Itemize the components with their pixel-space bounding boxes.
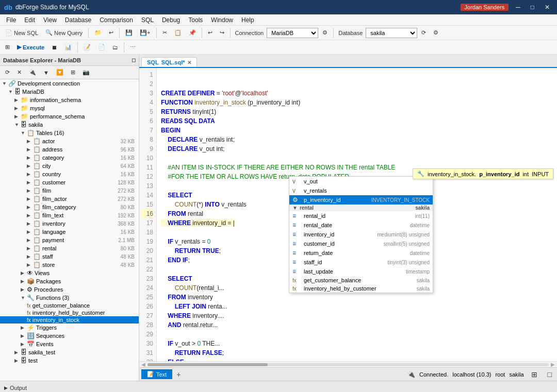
filter-button[interactable]: ▼ — [40, 68, 52, 77]
connection-select[interactable]: MariaDB — [267, 28, 318, 38]
connect-button[interactable]: 🔌 — [26, 67, 39, 77]
explain-button[interactable]: 📊 — [61, 42, 75, 52]
sidebar-pin-button[interactable]: ◻ — [132, 57, 136, 63]
sidebar-filter-icon[interactable]: ⊞ — [68, 67, 78, 77]
tree-item-mysql[interactable]: ▶ 📁 mysql — [0, 104, 139, 112]
ac-item-inventory-held[interactable]: fx inventory_held_by_customer sakila — [289, 284, 433, 293]
add-tab-button[interactable]: + — [172, 369, 185, 380]
ac-item-staff-id[interactable]: ≡ staff_id tinyint(3) unsigned — [289, 258, 433, 267]
view-mode-button1[interactable]: ⊞ — [528, 369, 540, 380]
tree-item-table-city[interactable]: ▶ 📋 city 64 KB — [0, 162, 139, 170]
tree-item-table-film[interactable]: ▶ 📋 film 272 KB — [0, 186, 139, 195]
back-button[interactable]: ↩ — [106, 28, 117, 38]
save-button[interactable]: 💾 — [122, 28, 136, 38]
maximize-button[interactable]: □ — [528, 4, 537, 11]
menu-edit[interactable]: Edit — [20, 15, 39, 25]
tree-item-sakila-test[interactable]: ▶ 🗄 sakila_test — [0, 348, 139, 356]
tree-item-table-store[interactable]: ▶ 📋 store 48 KB — [0, 261, 139, 269]
tree-item-table-staff[interactable]: ▶ 📋 staff 48 KB — [0, 252, 139, 261]
tree-item-info-schema[interactable]: ▶ 📁 information_schema — [0, 96, 139, 104]
tree-item-table-inventory[interactable]: ▶ 📋 inventory 368 KB — [0, 219, 139, 228]
tree-item-table-rental[interactable]: ▶ 📋 rental 80 KB — [0, 244, 139, 252]
tree-item-procedures[interactable]: ▶ ⚙ Procedures — [0, 285, 139, 294]
new-sql-button[interactable]: 📄 New SQL — [2, 28, 41, 38]
sql-tab[interactable]: SQL SQL.sql* ✕ — [141, 57, 197, 67]
tree-item-table-language[interactable]: ▶ 📋 language 16 KB — [0, 228, 139, 236]
ac-item-return-date[interactable]: ≡ return_date datetime — [289, 248, 433, 258]
menu-tools[interactable]: Tools — [184, 15, 207, 25]
database-settings-button[interactable]: ⚙ — [430, 28, 441, 38]
tree-item-perf-schema[interactable]: ▶ 📁 performance_schema — [0, 112, 139, 121]
tree-item-functions[interactable]: ▼ 🔧 Functions (3) — [0, 294, 139, 302]
tree-item-table-customer[interactable]: ▶ 📋 customer 128 KB — [0, 178, 139, 186]
menu-view[interactable]: View — [39, 15, 61, 25]
tree-item-triggers[interactable]: ▶ ⚡ Triggers — [0, 323, 139, 332]
ac-item-rental-id[interactable]: ≡ rental_id int(11) — [289, 211, 433, 220]
schema-button[interactable]: 🗂 — [109, 43, 121, 52]
tree-item-test[interactable]: ▶ 🗄 test — [0, 356, 139, 365]
ac-item-v-rentals[interactable]: v v_rentals — [289, 186, 433, 195]
menu-database[interactable]: Database — [61, 15, 95, 25]
database-refresh-button[interactable]: ⟳ — [418, 28, 429, 38]
text-tab[interactable]: 📝 Text — [141, 369, 172, 379]
format2-button[interactable]: 📄 — [95, 42, 108, 52]
menu-comparison[interactable]: Comparison — [95, 15, 137, 25]
menu-file[interactable]: File — [2, 15, 20, 25]
new-query-button[interactable]: 🔍 New Query — [42, 28, 86, 38]
redo-button[interactable]: ↪ — [217, 28, 227, 38]
tree-item-table-payment[interactable]: ▶ 📋 payment 2.1 MB — [0, 236, 139, 244]
tree-item-sakila[interactable]: ▼ 🗄 sakila — [0, 121, 139, 129]
undo-button[interactable]: ↩ — [205, 28, 216, 38]
editor-scrollbar[interactable]: ◀ ▶ — [139, 361, 557, 367]
tree-item-fn-get-customer[interactable]: fx get_customer_balance — [0, 302, 139, 309]
tree-item-table-actor[interactable]: ▶ 📋 actor 32 KB — [0, 137, 139, 145]
sql-tab-close[interactable]: ✕ — [187, 60, 191, 65]
ac-item-p-inventory-id[interactable]: ⚙ p_inventory_id INVENTORY_IN_STOCK — [289, 195, 433, 204]
connection-options-button[interactable]: ⚙ — [319, 28, 331, 38]
menu-window[interactable]: Window — [207, 15, 237, 25]
minimize-button[interactable]: ─ — [513, 4, 523, 11]
tree-item-table-category[interactable]: ▶ 📋 category 16 KB — [0, 154, 139, 162]
tree-item-table-film_category[interactable]: ▶ 📋 film_category 80 KB — [0, 203, 139, 211]
tree-item-fn-held-by-customer[interactable]: fx inventory_held_by_customer — [0, 309, 139, 316]
execute-button[interactable]: ▶ Execute — [14, 42, 47, 52]
tree-item-views[interactable]: ▶ 👁 Views — [0, 269, 139, 277]
close-button[interactable]: ✕ — [542, 4, 553, 11]
tree-item-fn-inventory-in-stock[interactable]: fx inventory_in_stock — [0, 316, 139, 323]
save-all-button[interactable]: 💾+ — [137, 28, 153, 38]
cut-button[interactable]: ✂ — [159, 28, 170, 38]
tree-item-mariadb[interactable]: ▼ 🗄 MariaDB — [0, 88, 139, 96]
remove-button[interactable]: ✕ — [14, 67, 25, 77]
menu-debug[interactable]: Debug — [158, 15, 184, 25]
refresh-tree-button[interactable]: ⟳ — [2, 67, 13, 77]
database-select[interactable]: sakila — [366, 28, 417, 38]
sidebar-settings-button[interactable]: 📷 — [79, 67, 93, 77]
format-button[interactable]: 📝 — [80, 42, 94, 52]
tree-item-packages[interactable]: ▶ 📦 Packages — [0, 277, 139, 285]
ac-item-last-update[interactable]: ≡ last_update timestamp — [289, 267, 433, 276]
open-button[interactable]: 📁 — [91, 28, 105, 38]
tree-item-events[interactable]: ▶ 📅 Events — [0, 340, 139, 348]
autocomplete-dropdown[interactable]: v v_out v v_rentals ⚙ p_inventory_id INV… — [289, 176, 433, 293]
view-mode-button2[interactable]: □ — [545, 369, 555, 380]
tree-item-tables[interactable]: ▼ 📋 Tables (16) — [0, 129, 139, 137]
paste-button[interactable]: 📌 — [186, 28, 199, 38]
tree-item-dev-connection[interactable]: ▼ 🔗 Development connection — [0, 79, 139, 88]
menu-help[interactable]: Help — [237, 15, 258, 25]
stop-button[interactable]: ⏹ — [48, 43, 60, 52]
output-panel[interactable]: ▶ Output — [0, 381, 557, 392]
ac-item-rental-date[interactable]: ≡ rental_date datetime — [289, 220, 433, 230]
ac-item-get-customer-balance[interactable]: fx get_customer_balance sakila — [289, 276, 433, 284]
ac-item-customer-id[interactable]: ≡ customer_id smallint(5) unsigned — [289, 239, 433, 248]
tree-item-sequences[interactable]: ▶ 🔢 Sequences — [0, 332, 139, 340]
grid-view-button[interactable]: ⊞ — [2, 42, 13, 52]
tree-item-table-address[interactable]: ▶ 📋 address 96 KB — [0, 145, 139, 154]
filter2-button[interactable]: 🔽 — [53, 67, 67, 77]
tree-item-table-film_actor[interactable]: ▶ 📋 film_actor 272 KB — [0, 195, 139, 203]
tree-item-table-film_text[interactable]: ▶ 📋 film_text 192 KB — [0, 211, 139, 219]
menu-sql[interactable]: SQL — [137, 15, 158, 25]
more-button[interactable]: ⋯ — [127, 42, 139, 52]
copy-button[interactable]: 📋 — [171, 28, 185, 38]
ac-item-v-out[interactable]: v v_out — [289, 177, 433, 186]
ac-item-inventory-id[interactable]: ≡ inventory_id mediumint(8) unsigned — [289, 230, 433, 239]
